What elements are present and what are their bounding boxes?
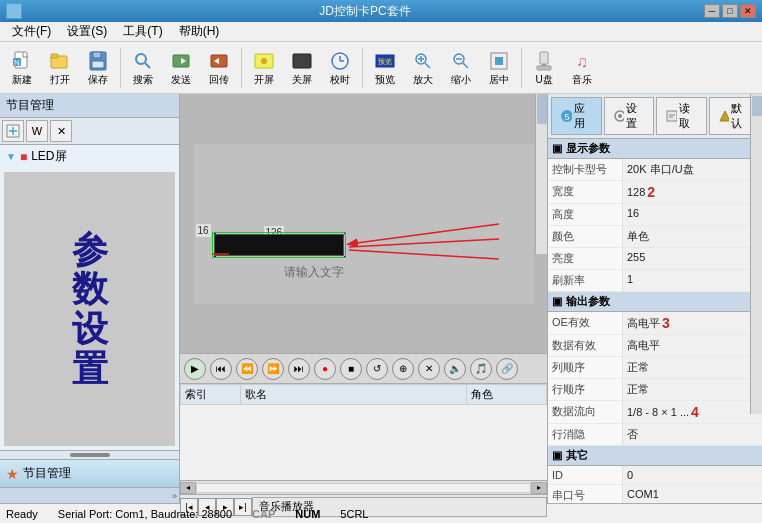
- vertical-scrollbar[interactable]: [535, 94, 547, 254]
- svg-line-38: [349, 224, 499, 244]
- usb-button[interactable]: U盘: [526, 46, 562, 90]
- annotation-2: 2: [647, 184, 655, 200]
- collapse-icon-3: ▣: [552, 449, 562, 462]
- expand-left-icon[interactable]: »: [172, 491, 177, 501]
- scroll-track[interactable]: [196, 483, 531, 493]
- group-display-header[interactable]: ▣ 显示参数: [548, 139, 762, 159]
- horizontal-scrollbar[interactable]: ◂ ▸: [180, 480, 547, 494]
- search-button[interactable]: 搜索: [125, 46, 161, 90]
- svg-text:N: N: [14, 58, 20, 67]
- collapse-icon-1: ▣: [552, 142, 562, 155]
- preview-button[interactable]: 预览 预览: [367, 46, 403, 90]
- play-button[interactable]: ▶: [184, 358, 206, 380]
- param-value-width[interactable]: 128 2: [623, 181, 762, 203]
- delete-button[interactable]: ✕: [418, 358, 440, 380]
- prev-button[interactable]: ⏮: [210, 358, 232, 380]
- window-controls[interactable]: ─ □ ✕: [704, 4, 756, 18]
- app-icon: [6, 3, 22, 19]
- program-manager-footer[interactable]: ★ 节目管理: [0, 459, 179, 487]
- music-table-container[interactable]: 索引 歌名 角色: [180, 384, 547, 480]
- forward-button[interactable]: ⏩: [262, 358, 284, 380]
- params-scroll[interactable]: ▣ 显示参数 控制卡型号 20K 串口/U盘 宽度 128 2 高度 16 颜色: [548, 139, 762, 503]
- param-value-color: 单色: [623, 226, 762, 247]
- param-value-oe[interactable]: 高电平 3: [623, 312, 762, 334]
- design-area[interactable]: 16 126 请输入文字: [180, 94, 547, 353]
- scroll-thumb[interactable]: [537, 94, 547, 124]
- apply-button[interactable]: 5 应用: [551, 97, 602, 135]
- param-value-brightness: 255: [623, 248, 762, 269]
- handle-br[interactable]: [344, 256, 346, 258]
- param-value-data-flow[interactable]: 1/8 - 8 × 1 ... 4: [623, 401, 762, 423]
- minimize-button[interactable]: ─: [704, 4, 720, 18]
- open-button[interactable]: 打开: [42, 46, 78, 90]
- shuffle-button[interactable]: ⊕: [392, 358, 414, 380]
- nav-last[interactable]: ▸|: [234, 498, 252, 516]
- menu-settings[interactable]: 设置(S): [59, 21, 115, 42]
- settings2-button[interactable]: 🔗: [496, 358, 518, 380]
- tree-item-led[interactable]: ▼ ■ LED屏: [0, 145, 179, 168]
- new-icon: N: [10, 49, 34, 73]
- center-panel: 16 126 请输入文字: [180, 94, 547, 503]
- param-oe: OE有效 高电平 3: [548, 312, 762, 335]
- design-canvas: 16 126 请输入文字: [194, 144, 534, 304]
- param-value-row-blank: 否: [623, 424, 762, 445]
- num-indicator: NUM: [295, 508, 320, 520]
- zoom-in-button[interactable]: 放大: [405, 46, 441, 90]
- send-button[interactable]: 发送: [163, 46, 199, 90]
- loop-button[interactable]: ↺: [366, 358, 388, 380]
- config-button[interactable]: 设置: [604, 97, 655, 135]
- center-button[interactable]: 居中: [481, 46, 517, 90]
- new-button[interactable]: N 新建: [4, 46, 40, 90]
- svg-point-15: [261, 58, 267, 64]
- close-button[interactable]: ✕: [740, 4, 756, 18]
- screen-off-button[interactable]: 关屏: [284, 46, 320, 90]
- svg-rect-30: [495, 57, 503, 65]
- record-button[interactable]: ●: [314, 358, 336, 380]
- menu-help[interactable]: 帮助(H): [171, 21, 228, 42]
- handle-tl[interactable]: [214, 232, 216, 234]
- scroll-right-btn[interactable]: ▸: [531, 482, 547, 494]
- restore-button[interactable]: □: [722, 4, 738, 18]
- param-value-col-order: 正常: [623, 357, 762, 378]
- resize-handle[interactable]: [70, 453, 110, 457]
- scroll-left-btn[interactable]: ◂: [180, 482, 196, 494]
- toolbar-separator-3: [362, 48, 363, 88]
- music-table: 索引 歌名 角色: [180, 384, 547, 405]
- screen-on-button[interactable]: 开屏: [246, 46, 282, 90]
- menu-file[interactable]: 文件(F): [4, 21, 59, 42]
- right-scroll-thumb[interactable]: [752, 96, 762, 116]
- menu-tools[interactable]: 工具(T): [115, 21, 170, 42]
- music-button[interactable]: ♫ 音乐: [564, 46, 600, 90]
- collapse-icon-2: ▣: [552, 295, 562, 308]
- delete-program-button[interactable]: ✕: [50, 120, 72, 142]
- zoom-out-button[interactable]: 缩小: [443, 46, 479, 90]
- param-label-row-order: 行顺序: [548, 379, 623, 400]
- param-label-data-valid: 数据有效: [548, 335, 623, 356]
- group-output-header[interactable]: ▣ 输出参数: [548, 292, 762, 312]
- stop-button[interactable]: ■: [340, 358, 362, 380]
- screen-on-icon: [252, 49, 276, 73]
- receive-button[interactable]: 回传: [201, 46, 237, 90]
- next-button[interactable]: ⏭: [288, 358, 310, 380]
- vol-down-button[interactable]: 🔈: [444, 358, 466, 380]
- timesync-button[interactable]: 校时: [322, 46, 358, 90]
- cap-indicator: CAP: [252, 508, 275, 520]
- handle-bl[interactable]: [214, 256, 216, 258]
- preview-icon: 预览: [373, 49, 397, 73]
- right-scrollbar[interactable]: [750, 94, 762, 414]
- edit-program-button[interactable]: W: [26, 120, 48, 142]
- left-panel: 节目管理 W ✕ ▼ ■ LED屏 参数设置 ★ 节目管理 »: [0, 94, 180, 503]
- param-label-port: 串口号: [548, 485, 623, 503]
- group-other-header[interactable]: ▣ 其它: [548, 446, 762, 466]
- save-button[interactable]: 保存: [80, 46, 116, 90]
- save-icon: [86, 49, 110, 73]
- param-data-valid: 数据有效 高电平: [548, 335, 762, 357]
- link-button[interactable]: 🎵: [470, 358, 492, 380]
- toolbar-separator-4: [521, 48, 522, 88]
- handle-tr[interactable]: [344, 232, 346, 234]
- rewind-button[interactable]: ⏪: [236, 358, 258, 380]
- add-program-button[interactable]: [2, 120, 24, 142]
- param-id: ID 0: [548, 466, 762, 485]
- text-element[interactable]: [214, 234, 344, 256]
- read-button[interactable]: 读取: [656, 97, 707, 135]
